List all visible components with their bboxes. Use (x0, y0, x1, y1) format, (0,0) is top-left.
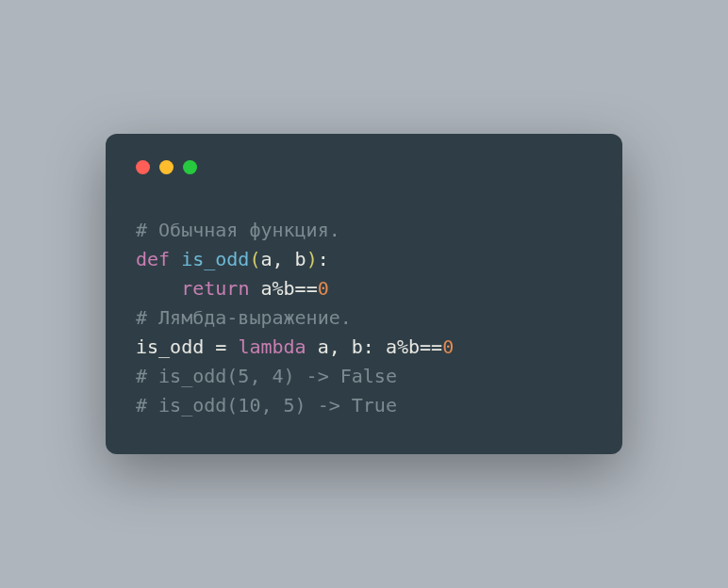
code-window: # Обычная функция. def is_odd(a, b): ret… (106, 134, 622, 454)
window-controls (136, 160, 592, 174)
paren-open: ( (249, 248, 260, 270)
colon: : (318, 248, 329, 270)
code-block: # Обычная функция. def is_odd(a, b): ret… (136, 216, 592, 420)
paren-close: ) (306, 248, 318, 270)
indent (136, 277, 181, 300)
number-literal: 0 (442, 335, 454, 358)
minimize-icon[interactable] (159, 160, 174, 174)
params: a, b (260, 248, 306, 270)
close-icon[interactable] (136, 160, 150, 174)
expression: a%b== (249, 277, 317, 300)
comment-line: # Обычная функция. (136, 219, 340, 241)
maximize-icon[interactable] (183, 160, 197, 174)
comment-line: # is_odd(10, 5) -> True (136, 394, 397, 416)
function-name: is_odd (170, 248, 249, 270)
keyword-def: def (136, 248, 170, 270)
number-literal: 0 (318, 277, 329, 300)
keyword-lambda: lambda (238, 335, 306, 358)
lambda-body: a, b: a%b== (306, 335, 443, 358)
comment-line: # is_odd(5, 4) -> False (136, 365, 397, 387)
comment-line: # Лямбда-выражение. (136, 306, 352, 329)
keyword-return: return (181, 277, 249, 300)
assignment: is_odd = (136, 335, 238, 358)
